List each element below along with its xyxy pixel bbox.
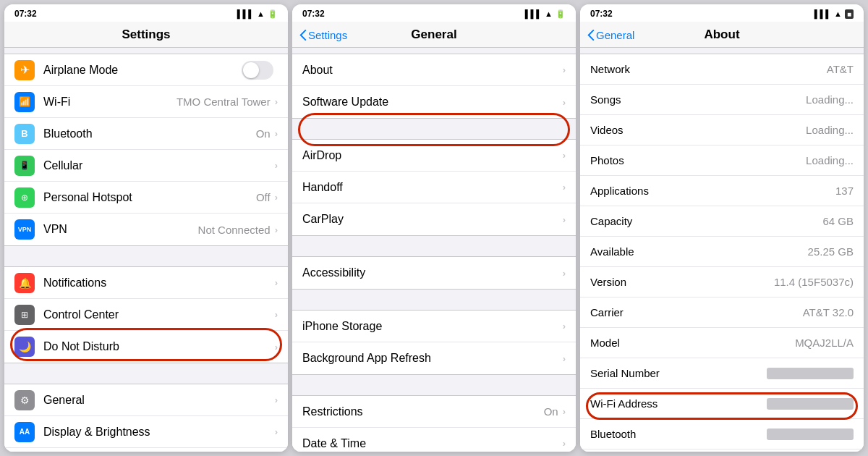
control-center-item[interactable]: ⊞ Control Center ›	[4, 299, 288, 331]
gap-3	[4, 363, 288, 384]
background-refresh-item[interactable]: Background App Refresh ›	[292, 342, 576, 374]
hotspot-item[interactable]: ⊕ Personal Hotspot Off ›	[4, 182, 288, 214]
wifi-addr-label: Wi-Fi Address	[590, 397, 658, 410]
accessibility-item[interactable]: Accessibility ›	[292, 257, 576, 289]
model-value: MQAJ2LL/A	[795, 337, 854, 349]
dnd-chevron: ›	[275, 342, 278, 352]
wallpaper-item[interactable]: 🖼 Wallpaper ›	[4, 448, 288, 452]
version-value: 11.4 (15F5037c)	[774, 276, 854, 288]
airplane-icon: ✈	[14, 60, 35, 80]
songs-label: Songs	[590, 93, 621, 106]
about-chevron: ›	[563, 64, 566, 75]
status-icons-1: ▌▌▌ ▲ 🔋	[237, 9, 278, 19]
display-icon: AA	[14, 422, 35, 442]
videos-value: Loading...	[806, 124, 854, 136]
restrictions-item[interactable]: Restrictions On ›	[292, 396, 576, 428]
videos-label: Videos	[590, 124, 624, 136]
settings-title: Settings	[122, 28, 170, 42]
signal-icon-2: ▌▌▌	[525, 9, 542, 18]
airdrop-group: AirDrop › Handoff › CarPlay ›	[292, 139, 576, 236]
hotspot-label: Personal Hotspot	[43, 191, 256, 204]
settings-content: ✈ Airplane Mode 📶 Wi-Fi TMO Central Towe…	[4, 48, 288, 452]
photos-value: Loading...	[806, 154, 854, 166]
wifi-addr-redacted	[767, 398, 854, 410]
about-label: About	[302, 64, 563, 77]
dnd-item[interactable]: 🌙 Do Not Disturb ›	[4, 331, 288, 363]
general-content: About › Software Update › AirDrop › Hand…	[292, 48, 576, 452]
version-label: Version	[590, 276, 626, 288]
back-to-general[interactable]: General	[587, 29, 634, 41]
datetime-label: Date & Time	[302, 437, 563, 450]
bluetooth-redacted	[767, 428, 854, 440]
hotspot-value: Off	[256, 191, 271, 203]
restrictions-chevron: ›	[563, 406, 566, 417]
songs-value: Loading...	[806, 93, 854, 106]
about-item[interactable]: About ›	[292, 54, 576, 86]
capacity-label: Capacity	[590, 215, 632, 227]
status-time-1: 07:32	[14, 9, 37, 19]
cellular-icon: 📱	[14, 156, 35, 176]
wifi-item[interactable]: 📶 Wi-Fi TMO Central Tower ›	[4, 86, 288, 118]
airplane-toggle[interactable]	[242, 61, 273, 80]
available-label: Available	[590, 245, 634, 258]
datetime-item[interactable]: Date & Time ›	[292, 428, 576, 452]
carplay-item[interactable]: CarPlay ›	[292, 203, 576, 235]
available-row: Available 25.25 GB	[580, 237, 864, 267]
dnd-label: Do Not Disturb	[43, 340, 275, 353]
applications-label: Applications	[590, 185, 649, 197]
gap-g4	[292, 290, 576, 310]
battery-icon-3: ■	[845, 9, 854, 19]
airplane-mode-item[interactable]: ✈ Airplane Mode	[4, 54, 288, 86]
display-chevron: ›	[275, 426, 278, 437]
wifi-label: Wi-Fi	[43, 96, 176, 109]
hotspot-icon: ⊕	[14, 187, 35, 208]
bluetooth-chevron: ›	[275, 128, 278, 139]
vpn-label: VPN	[43, 223, 198, 236]
dnd-icon: 🌙	[14, 337, 35, 357]
cellular-item[interactable]: 📱 Cellular ›	[4, 150, 288, 182]
videos-row: Videos Loading...	[580, 115, 864, 145]
status-bar-1: 07:32 ▌▌▌ ▲ 🔋	[4, 4, 288, 22]
airdrop-item[interactable]: AirDrop ›	[292, 140, 576, 172]
notifications-item[interactable]: 🔔 Notifications ›	[4, 267, 288, 299]
notifications-label: Notifications	[43, 276, 275, 290]
control-center-label: Control Center	[43, 308, 275, 321]
display-item[interactable]: AA Display & Brightness ›	[4, 416, 288, 448]
software-update-item[interactable]: Software Update ›	[292, 86, 576, 118]
carrier-value: AT&T 32.0	[803, 306, 854, 318]
general-panel: 07:32 ▌▌▌ ▲ 🔋 Settings General About › S…	[292, 4, 576, 452]
general-label: General	[43, 394, 275, 407]
wifi-addr-row: Wi-Fi Address	[580, 389, 864, 419]
network-value: AT&T	[827, 63, 854, 75]
gap-g2	[292, 119, 576, 139]
back-to-settings[interactable]: Settings	[299, 29, 347, 41]
signal-icon: ▌▌▌	[237, 9, 254, 18]
gap-1	[4, 48, 288, 54]
about-title: About	[704, 28, 739, 42]
gap-a1	[580, 48, 864, 54]
general-icon: ⚙	[14, 390, 35, 410]
accessibility-chevron: ›	[563, 268, 566, 279]
handoff-item[interactable]: Handoff ›	[292, 172, 576, 203]
general-item[interactable]: ⚙ General ›	[4, 384, 288, 416]
datetime-chevron: ›	[563, 438, 566, 449]
control-center-icon: ⊞	[14, 305, 35, 325]
status-time-3: 07:32	[590, 9, 613, 19]
wifi-value: TMO Central Tower	[176, 96, 271, 108]
status-bar-3: 07:32 ▌▌▌ ▲ ■	[580, 4, 864, 22]
vpn-item[interactable]: VPN VPN Not Connected ›	[4, 214, 288, 245]
settings-panel: 07:32 ▌▌▌ ▲ 🔋 Settings ✈ Airplane Mode 📶…	[4, 4, 288, 452]
about-rows-group: Network AT&T Songs Loading... Videos Loa…	[580, 54, 864, 452]
bluetooth-item[interactable]: B Bluetooth On ›	[4, 118, 288, 150]
notifications-icon: 🔔	[14, 273, 35, 293]
iphone-storage-item[interactable]: iPhone Storage ›	[292, 311, 576, 342]
iphone-storage-chevron: ›	[563, 321, 566, 332]
model-row: Model MQAJ2LL/A	[580, 328, 864, 358]
vpn-chevron: ›	[275, 224, 278, 235]
carplay-label: CarPlay	[302, 213, 563, 226]
cellular-label: Cellular	[43, 159, 275, 172]
status-icons-2: ▌▌▌ ▲ 🔋	[525, 9, 566, 19]
capacity-value: 64 GB	[822, 215, 854, 227]
photos-label: Photos	[590, 154, 624, 166]
software-update-label: Software Update	[302, 96, 563, 109]
